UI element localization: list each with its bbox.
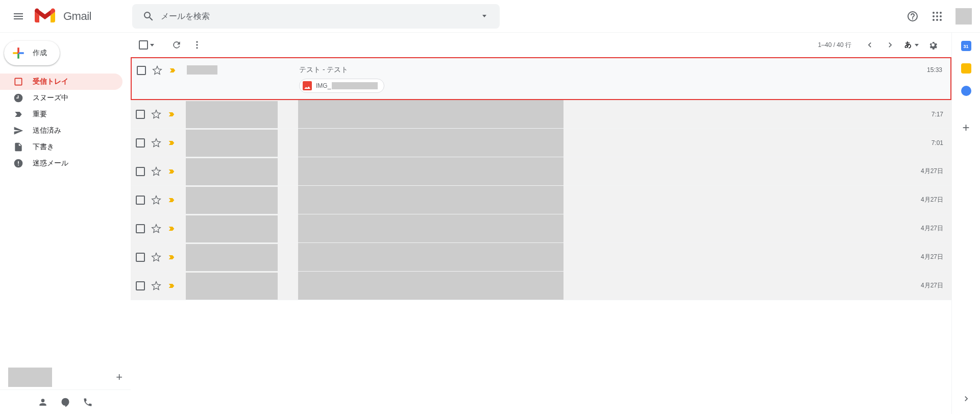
- email-subject: テスト - テスト: [299, 64, 914, 75]
- star-icon[interactable]: [151, 195, 161, 205]
- hangouts-icon[interactable]: [60, 397, 70, 407]
- hamburger-icon: [12, 10, 24, 22]
- account-avatar[interactable]: [955, 8, 972, 25]
- email-row[interactable]: 4月27日: [131, 157, 951, 186]
- help-icon: [906, 10, 919, 22]
- content-redacted: [298, 272, 564, 300]
- input-method-button[interactable]: あ: [904, 40, 919, 50]
- apps-button[interactable]: [927, 6, 947, 27]
- importance-marker-icon[interactable]: [167, 110, 176, 118]
- header: Gmail: [0, 0, 980, 33]
- nav-label: 送信済み: [33, 126, 61, 135]
- row-checkbox[interactable]: [136, 253, 145, 262]
- nav-label: 迷惑メール: [33, 159, 68, 168]
- star-icon[interactable]: [151, 281, 161, 291]
- star-icon[interactable]: [151, 166, 161, 177]
- search-box[interactable]: [132, 4, 500, 29]
- sender-redacted: [186, 273, 278, 300]
- sender-redacted: [187, 65, 217, 75]
- nav-inbox[interactable]: 受信トレイ: [0, 74, 122, 90]
- main-menu-button[interactable]: [6, 4, 31, 29]
- new-chat-button[interactable]: +: [116, 371, 122, 384]
- star-icon[interactable]: [152, 65, 162, 76]
- settings-button[interactable]: [923, 35, 943, 55]
- plus-multicolor-icon: [10, 45, 27, 61]
- compose-button[interactable]: 作成: [4, 41, 60, 65]
- content-redacted: [298, 243, 564, 271]
- row-checkbox[interactable]: [137, 66, 146, 75]
- svg-point-4: [936, 15, 938, 17]
- nav-drafts[interactable]: 下書き: [0, 139, 122, 155]
- email-row[interactable]: 4月27日: [131, 243, 951, 272]
- row-checkbox[interactable]: [136, 167, 145, 176]
- select-all[interactable]: [139, 40, 154, 50]
- email-time: 15:33: [914, 64, 942, 74]
- next-page-button[interactable]: [880, 35, 900, 55]
- chevron-left-icon: [865, 40, 875, 50]
- star-icon[interactable]: [151, 224, 161, 234]
- importance-marker-icon[interactable]: [167, 253, 176, 261]
- row-checkbox[interactable]: [136, 110, 145, 119]
- email-time: 4月27日: [915, 167, 943, 176]
- star-icon[interactable]: [151, 109, 161, 119]
- image-icon: [303, 81, 312, 90]
- refresh-button[interactable]: [166, 35, 187, 55]
- calendar-addon[interactable]: [961, 41, 971, 51]
- nav-label: スヌーズ中: [33, 93, 68, 103]
- more-button[interactable]: [187, 35, 207, 55]
- search-input[interactable]: [161, 12, 471, 21]
- star-icon[interactable]: [151, 138, 161, 148]
- importance-marker-icon[interactable]: [167, 167, 176, 176]
- star-icon[interactable]: [151, 252, 161, 262]
- search-options-button[interactable]: [471, 15, 496, 17]
- gmail-m-icon: [35, 8, 55, 25]
- importance-marker-icon[interactable]: [167, 196, 176, 204]
- contacts-icon[interactable]: [38, 397, 48, 407]
- importance-marker-icon[interactable]: [167, 139, 176, 147]
- phone-icon[interactable]: [83, 397, 93, 407]
- draft-icon: [13, 142, 23, 152]
- row-checkbox[interactable]: [136, 224, 145, 233]
- clock-icon: [13, 93, 23, 103]
- caret-down-icon: [915, 44, 919, 46]
- email-row[interactable]: 4月27日: [131, 186, 951, 214]
- email-row[interactable]: 7:17: [131, 100, 951, 129]
- importance-marker-icon[interactable]: [167, 225, 176, 233]
- gear-icon: [928, 40, 938, 50]
- content-redacted: [298, 214, 564, 242]
- support-button[interactable]: [902, 6, 923, 27]
- get-addons-button[interactable]: +: [962, 120, 969, 135]
- row-checkbox[interactable]: [136, 281, 145, 290]
- nav-snoozed[interactable]: スヌーズ中: [0, 90, 122, 106]
- email-time: 4月27日: [915, 224, 943, 233]
- gmail-logo[interactable]: Gmail: [33, 8, 91, 25]
- email-row[interactable]: 4月27日: [131, 272, 951, 300]
- email-list: テスト - テスト IMG_ 15:33 7:17: [131, 57, 951, 414]
- inbox-icon: [13, 77, 23, 87]
- toolbar: 1–40 / 40 行 あ: [131, 33, 951, 57]
- more-vert-icon: [192, 40, 202, 50]
- email-row[interactable]: 4月27日: [131, 214, 951, 243]
- nav-important[interactable]: 重要: [0, 106, 122, 123]
- svg-point-6: [933, 19, 935, 21]
- hangouts-profile: +: [0, 365, 131, 389]
- pagination-info: 1–40 / 40 行: [818, 41, 851, 50]
- row-checkbox[interactable]: [136, 138, 145, 148]
- nav-label: 受信トレイ: [33, 77, 68, 86]
- email-row[interactable]: 7:01: [131, 129, 951, 157]
- keep-addon[interactable]: [961, 63, 971, 74]
- sender-redacted: [186, 158, 278, 185]
- nav-spam[interactable]: 迷惑メール: [0, 155, 122, 172]
- row-checkbox[interactable]: [136, 196, 145, 205]
- tasks-addon[interactable]: [961, 86, 971, 96]
- collapse-panel-button[interactable]: [961, 394, 971, 406]
- importance-marker-icon[interactable]: [168, 66, 177, 75]
- spam-icon: [13, 158, 23, 168]
- prev-page-button[interactable]: [860, 35, 880, 55]
- attachment-chip[interactable]: IMG_: [299, 79, 384, 93]
- email-time: 4月27日: [915, 196, 943, 204]
- email-time: 4月27日: [915, 281, 943, 290]
- importance-marker-icon[interactable]: [167, 282, 176, 290]
- email-row[interactable]: テスト - テスト IMG_ 15:33: [131, 57, 951, 100]
- nav-sent[interactable]: 送信済み: [0, 123, 122, 139]
